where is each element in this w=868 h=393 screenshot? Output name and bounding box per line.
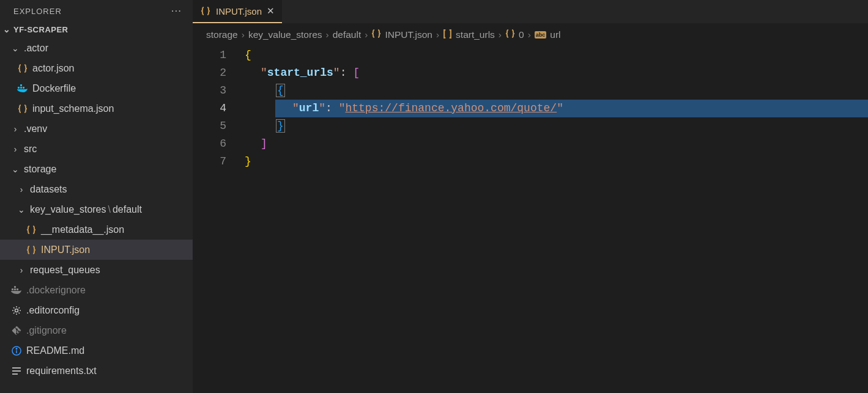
json-icon — [371, 29, 381, 41]
file-input-schema[interactable]: input_schema.json — [0, 98, 193, 119]
editor-area: INPUT.json ✕ storage › key_value_stores … — [193, 0, 868, 393]
svg-point-8 — [15, 309, 18, 312]
breadcrumb-seg[interactable]: start_urls — [443, 29, 495, 41]
gear-icon — [11, 306, 22, 315]
line-number: 3 — [193, 82, 226, 100]
file-gitignore[interactable]: .gitignore — [0, 320, 193, 340]
explorer-header: EXPLORER ··· — [0, 0, 193, 21]
chevron-down-icon: ⌄ — [2, 24, 11, 34]
file-actor-json[interactable]: actor.json — [0, 58, 193, 78]
svg-rect-3 — [20, 84, 22, 86]
chevron-right-icon: › — [528, 29, 531, 40]
code-lines[interactable]: { "start_urls": [ { "url": "https://fina… — [245, 46, 868, 393]
folder-actor[interactable]: ⌄ .actor — [0, 38, 193, 58]
code-line[interactable]: { — [245, 82, 868, 100]
json-icon — [200, 6, 211, 16]
editor-tabs: INPUT.json ✕ — [193, 0, 868, 23]
file-dockerignore[interactable]: .dockerignore — [0, 280, 193, 300]
line-number: 5 — [193, 117, 226, 135]
docker-dim-icon — [11, 286, 22, 295]
svg-rect-5 — [14, 288, 16, 290]
breadcrumb-seg[interactable]: default — [333, 29, 362, 40]
chevron-down-icon: ⌄ — [11, 43, 20, 53]
folder-src[interactable]: › src — [0, 139, 193, 159]
file-metadata-json[interactable]: __metadata__.json — [0, 219, 193, 240]
file-requirements[interactable]: requirements.txt — [0, 361, 193, 381]
folder-venv[interactable]: › .venv — [0, 119, 193, 139]
svg-rect-2 — [23, 87, 24, 89]
svg-rect-7 — [14, 286, 16, 288]
breadcrumb-seg[interactable]: abc url — [535, 29, 561, 40]
abc-icon: abc — [535, 31, 547, 39]
chevron-right-icon: › — [242, 29, 245, 40]
chevron-right-icon: › — [11, 144, 20, 154]
line-number: 7 — [193, 153, 226, 171]
file-readme[interactable]: README.md — [0, 340, 193, 361]
file-input-json[interactable]: INPUT.json — [0, 240, 193, 260]
info-icon — [11, 346, 22, 356]
svg-rect-6 — [17, 288, 18, 290]
breadcrumb-seg[interactable]: 0 — [505, 29, 524, 41]
code-line[interactable]: "url": "https://finance.yahoo.com/quote/… — [245, 100, 868, 117]
docker-icon — [17, 84, 28, 93]
chevron-down-icon: ⌄ — [17, 205, 26, 215]
json-icon — [26, 245, 37, 255]
git-icon — [11, 326, 22, 336]
explorer-title: EXPLORER — [13, 7, 62, 16]
svg-rect-1 — [20, 87, 22, 89]
folder-storage[interactable]: ⌄ storage — [0, 159, 193, 179]
chevron-right-icon: › — [11, 124, 20, 134]
chevron-right-icon: › — [365, 29, 368, 40]
project-name: YF-SCRAPER — [13, 25, 69, 34]
code-line[interactable]: { — [245, 46, 868, 64]
folder-datasets[interactable]: › datasets — [0, 179, 193, 199]
breadcrumb-seg[interactable]: INPUT.json — [371, 29, 432, 41]
chevron-right-icon: › — [499, 29, 502, 40]
svg-rect-4 — [12, 288, 13, 290]
tab-input-json[interactable]: INPUT.json ✕ — [193, 0, 282, 23]
file-dockerfile[interactable]: Dockerfile — [0, 78, 193, 98]
line-number: 1 — [193, 46, 226, 64]
chevron-right-icon: › — [436, 29, 439, 40]
chevron-right-icon: › — [17, 185, 26, 194]
line-number: 2 — [193, 64, 226, 82]
breadcrumb[interactable]: storage › key_value_stores › default › I… — [193, 23, 868, 46]
file-tree: ⌄ .actor actor.json Dockerfile input_sch… — [0, 38, 193, 393]
code-line[interactable]: } — [245, 117, 868, 135]
explorer-panel: EXPLORER ··· ⌄ YF-SCRAPER ⌄ .actor actor… — [0, 0, 193, 393]
project-header[interactable]: ⌄ YF-SCRAPER — [0, 21, 193, 38]
code-editor[interactable]: 1 2 3 4 5 6 7 { "start_urls": [ { "url":… — [193, 46, 868, 393]
json-icon — [17, 104, 28, 114]
json-icon — [17, 64, 28, 73]
chevron-right-icon: › — [17, 265, 26, 275]
line-gutter: 1 2 3 4 5 6 7 — [193, 46, 245, 393]
json-icon — [26, 225, 37, 235]
line-number: 4 — [193, 100, 226, 117]
code-line[interactable]: ] — [245, 135, 868, 153]
folder-request-queues[interactable]: › request_queues — [0, 260, 193, 280]
folder-key-value-stores[interactable]: ⌄ key_value_stores\default — [0, 199, 193, 219]
chevron-down-icon: ⌄ — [11, 164, 20, 174]
code-line[interactable]: "start_urls": [ — [245, 64, 868, 82]
breadcrumb-seg[interactable]: storage — [206, 29, 238, 40]
line-number: 6 — [193, 135, 226, 153]
svg-point-11 — [16, 348, 17, 349]
tab-label: INPUT.json — [216, 6, 262, 17]
close-icon[interactable]: ✕ — [267, 6, 275, 17]
lines-icon — [11, 367, 22, 375]
chevron-right-icon: › — [326, 29, 329, 40]
code-line[interactable]: } — [245, 153, 868, 171]
svg-rect-0 — [18, 87, 20, 89]
explorer-more-icon[interactable]: ··· — [171, 5, 182, 17]
breadcrumb-seg[interactable]: key_value_stores — [248, 29, 322, 40]
bracket-icon — [443, 29, 452, 41]
file-editorconfig[interactable]: .editorconfig — [0, 300, 193, 320]
braces-icon — [505, 29, 515, 41]
